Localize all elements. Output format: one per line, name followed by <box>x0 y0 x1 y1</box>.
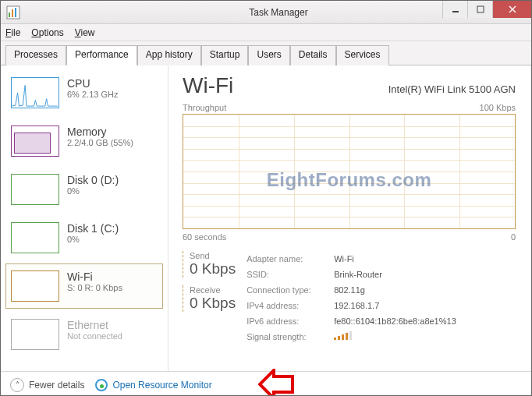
resmon-label: Open Resource Monitor <box>112 380 211 391</box>
adapter-model: Intel(R) WiFi Link 5100 AGN <box>388 83 516 95</box>
sidebar-item-label: CPU <box>67 77 118 90</box>
sidebar-item-sub: S: 0 R: 0 Kbps <box>67 283 122 292</box>
sidebar-item-label: Disk 1 (C:) <box>67 222 119 235</box>
receive-label: Receive <box>190 285 236 295</box>
ctype-k: Connection type: <box>246 282 334 298</box>
chart-xaxis-left: 60 seconds <box>183 232 226 242</box>
resource-monitor-icon <box>95 379 108 391</box>
ssid-v: Brink-Router <box>334 267 382 282</box>
detail-heading: Wi-Fi <box>183 73 233 98</box>
sidebar-item-label: Wi-Fi <box>67 270 122 283</box>
watermark-text: EightForums.com <box>183 169 515 191</box>
menu-options[interactable]: Options <box>31 27 63 38</box>
tab-performance[interactable]: Performance <box>66 45 137 65</box>
svg-rect-3 <box>15 8 16 17</box>
connection-details: Adapter name:Wi-Fi SSID:Brink-Router Con… <box>246 251 456 345</box>
fewer-details-button[interactable]: ˄ Fewer details <box>10 378 84 392</box>
tab-details[interactable]: Details <box>290 45 336 65</box>
sidebar-item-label: Memory <box>67 126 133 138</box>
sidebar-item-disk0[interactable]: Disk 0 (D:)0% <box>5 167 163 212</box>
ipv4-v: 192.168.1.7 <box>334 298 379 313</box>
sidebar-item-sub: 6% 2.13 GHz <box>67 90 118 99</box>
ipv4-k: IPv4 address: <box>246 298 334 313</box>
detail-pane: Wi-Fi Intel(R) WiFi Link 5100 AGN Throug… <box>168 65 531 371</box>
tab-strip: Processes Performance App history Startu… <box>1 41 531 65</box>
menu-file[interactable]: File <box>5 27 20 38</box>
sidebar-item-ethernet[interactable]: EthernetNot connected <box>5 312 163 357</box>
sidebar-item-cpu[interactable]: CPU6% 2.13 GHz <box>5 70 163 115</box>
tab-processes[interactable]: Processes <box>5 45 66 65</box>
sidebar-item-sub: 0% <box>67 235 119 244</box>
tab-services[interactable]: Services <box>336 45 389 65</box>
ipv6-k: IPv6 address: <box>246 313 334 329</box>
sidebar-item-label: Disk 0 (D:) <box>67 174 119 186</box>
open-resource-monitor-link[interactable]: Open Resource Monitor <box>95 379 211 391</box>
svg-rect-5 <box>477 6 484 12</box>
send-label: Send <box>190 251 236 260</box>
svg-rect-1 <box>9 12 10 17</box>
chart-xaxis-right: 0 <box>511 232 516 242</box>
sidebar-item-sub: 0% <box>67 186 119 196</box>
chart-label-throughput: Throughput <box>183 103 226 112</box>
ipv6-v: fe80::6104:1b82:6be8:a8e1%13 <box>334 313 456 329</box>
maximize-button[interactable] <box>467 1 492 18</box>
ethernet-thumb-icon <box>11 319 59 350</box>
sidebar-item-wifi[interactable]: Wi-FiS: 0 R: 0 Kbps <box>5 263 163 309</box>
performance-sidebar: CPU6% 2.13 GHz Memory2.2/4.0 GB (55%) Di… <box>1 65 168 371</box>
titlebar[interactable]: Task Manager <box>1 1 531 24</box>
adapter-name-v: Wi-Fi <box>334 251 354 267</box>
tab-startup[interactable]: Startup <box>201 45 249 65</box>
ssid-k: SSID: <box>246 267 334 282</box>
send-stat: Send 0 Kbps <box>183 251 236 278</box>
sidebar-item-disk1[interactable]: Disk 1 (C:)0% <box>5 215 163 260</box>
chevron-up-icon: ˄ <box>10 378 24 392</box>
receive-stat: Receive 0 Kbps <box>183 285 236 312</box>
sidebar-item-sub: Not connected <box>67 331 122 341</box>
menubar: File Options View <box>1 24 531 41</box>
adapter-name-k: Adapter name: <box>246 251 334 267</box>
sidebar-item-label: Ethernet <box>67 319 122 331</box>
footer: ˄ Fewer details Open Resource Monitor <box>1 371 531 396</box>
signal-strength-icon <box>334 329 352 345</box>
chart-label-max: 100 Kbps <box>480 103 516 112</box>
task-manager-window: Task Manager File Options View Processes… <box>0 0 532 396</box>
ctype-v: 802.11g <box>334 282 365 298</box>
wifi-thumb-icon <box>11 270 59 302</box>
signal-k: Signal strength: <box>246 329 334 345</box>
tab-app-history[interactable]: App history <box>137 45 201 65</box>
menu-view[interactable]: View <box>75 27 95 38</box>
sidebar-item-memory[interactable]: Memory2.2/4.0 GB (55%) <box>5 118 163 164</box>
tab-users[interactable]: Users <box>248 45 289 65</box>
throughput-chart: EightForums.com <box>183 114 516 229</box>
memory-thumb-icon <box>11 126 59 157</box>
close-button[interactable] <box>492 1 531 18</box>
svg-rect-2 <box>12 9 13 17</box>
sidebar-item-sub: 2.2/4.0 GB (55%) <box>67 138 133 147</box>
annotation-arrow-icon <box>258 369 294 396</box>
send-value: 0 Kbps <box>190 260 236 278</box>
minimize-button[interactable] <box>442 1 467 18</box>
disk-thumb-icon <box>11 174 59 205</box>
task-manager-icon <box>5 5 21 20</box>
cpu-thumb-icon <box>11 77 59 108</box>
disk-thumb-icon <box>11 222 59 253</box>
receive-value: 0 Kbps <box>190 295 236 312</box>
